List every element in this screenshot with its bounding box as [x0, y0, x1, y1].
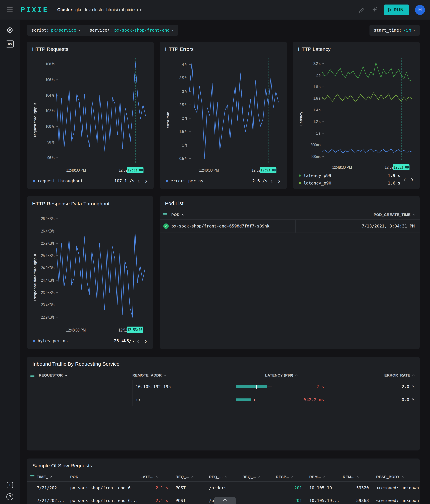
- table-row[interactable]: ::542.2 ms0.0 %: [27, 393, 420, 406]
- pixie-logo[interactable]: PIXIE: [21, 6, 48, 14]
- pod-create-time-cell: 7/13/2021, 3:34:31 PM: [295, 220, 420, 233]
- chart-legend: bytes_per_ns26.4KB/s: [33, 338, 137, 343]
- k8s-cluster-icon[interactable]: [6, 27, 14, 34]
- script-selector[interactable]: script: px/service ▾: [27, 25, 85, 36]
- chevron-down-icon: ▾: [78, 28, 80, 32]
- pod-cell: px-sock-shop/front-end-6...: [70, 486, 140, 490]
- http-response-throughput-chart[interactable]: 26.9KB/s26.4KB/s25.9KB/s25.4KB/s24.9KB/s…: [38, 209, 148, 335]
- legend-item: latency_p901.6 s: [299, 181, 404, 186]
- latency-cell: 542.2 ms: [233, 393, 330, 406]
- chevron-down-icon: ▾: [140, 8, 141, 12]
- sparkle-icon[interactable]: [371, 7, 378, 13]
- svg-text:12:53:00: 12:53:00: [127, 327, 143, 332]
- svg-text:12:48:30 PM: 12:48:30 PM: [332, 165, 352, 170]
- column-header-pod[interactable]: POD: [171, 213, 296, 217]
- column-header-req-body[interactable]: REQ_...: [242, 475, 276, 479]
- column-header-latency-p99[interactable]: LATENCY (P99): [233, 373, 330, 378]
- prev-page-icon[interactable]: ‹: [137, 177, 140, 185]
- svg-text:0.5 /s: 0.5 /s: [179, 156, 188, 161]
- table-menu-icon[interactable]: [160, 213, 167, 216]
- avatar[interactable]: H: [415, 5, 425, 15]
- cluster-value: gke:dev-cluster-htroisi (pl-pixies): [75, 7, 138, 12]
- sidebar-bottom: i ?: [6, 482, 13, 500]
- column-header-requestor[interactable]: REQUESTOR: [39, 373, 132, 378]
- chart-title: HTTP Latency: [298, 46, 415, 52]
- resp-body-cell: <removed: unknown ...: [376, 486, 420, 490]
- latency-value: 2 s: [295, 384, 324, 389]
- next-page-icon[interactable]: ›: [278, 177, 280, 185]
- svg-text:12:53:00: 12:53:00: [261, 168, 276, 172]
- table-menu-icon[interactable]: [27, 475, 35, 478]
- svg-text:12:48:30 PM: 12:48:30 PM: [66, 168, 86, 173]
- legend-pager: ‹ ›: [404, 176, 414, 183]
- prev-page-icon[interactable]: ‹: [137, 337, 140, 344]
- edit-script-icon[interactable]: [359, 7, 365, 13]
- run-label: RUN: [394, 7, 404, 12]
- resp-status-cell: 201: [276, 498, 309, 503]
- sort-asc-icon: [50, 476, 52, 478]
- svg-text:3.5 /s: 3.5 /s: [179, 76, 188, 80]
- quantile-whisker-cap: [272, 386, 272, 388]
- column-header-error-rate[interactable]: ERROR_RATE: [330, 373, 420, 378]
- y-axis-label: Response data throughput: [32, 209, 38, 335]
- scroll-top-button[interactable]: [214, 497, 236, 504]
- column-header-resp-status[interactable]: RESP...: [276, 475, 309, 479]
- column-header-req-method[interactable]: REQ_...: [176, 475, 209, 479]
- series-name: latency_p99: [304, 173, 388, 178]
- column-header-req-path[interactable]: REQ_...: [209, 475, 242, 479]
- svg-text:104 /s: 104 /s: [45, 93, 54, 98]
- svg-text:12:53:00: 12:53:00: [394, 165, 409, 170]
- column-header-remote-addr[interactable]: REMOTE_ADDR: [132, 373, 233, 378]
- http-latency-chart[interactable]: 2.2 s2 s1.8 s1.6 s1.4 s1.2 s1 s800ms600m…: [304, 54, 415, 172]
- next-page-icon[interactable]: ›: [145, 177, 148, 185]
- latency-quantile-graph: [236, 385, 291, 388]
- sort-icon: [164, 374, 166, 377]
- req-path-cell: /orders: [209, 486, 242, 490]
- quantile-whisker: [251, 400, 254, 400]
- column-header-pod[interactable]: POD: [70, 475, 140, 479]
- svg-text:22.9KB/s: 22.9KB/s: [41, 315, 54, 319]
- service-selector[interactable]: service*: px-sock-shop/front-end ▾: [85, 25, 178, 36]
- latency-cell: 2.1 s: [140, 498, 176, 503]
- column-header-time[interactable]: TIME_: [37, 475, 70, 479]
- next-page-icon[interactable]: ›: [144, 337, 147, 344]
- sort-icon: [291, 476, 293, 478]
- sidebar: ns i ?: [0, 20, 20, 504]
- svg-text:1 s: 1 s: [316, 131, 320, 135]
- svg-text:1.2 s: 1.2 s: [313, 119, 320, 124]
- column-header-resp-body[interactable]: RESP_BODY: [376, 475, 420, 479]
- next-page-icon[interactable]: ›: [411, 176, 413, 183]
- help-icon[interactable]: ?: [6, 493, 13, 500]
- cluster-label: Cluster:: [57, 7, 74, 12]
- series-name: request_throughput: [38, 179, 114, 183]
- table-row[interactable]: 7/21/202...px-sock-shop/front-end-6...2.…: [27, 482, 420, 494]
- svg-text:24.4KB/s: 24.4KB/s: [41, 278, 54, 283]
- namespace-icon[interactable]: ns: [6, 40, 14, 47]
- svg-text:23.9KB/s: 23.9KB/s: [41, 290, 54, 295]
- http-requests-chart[interactable]: 108 /s106 /s104 /s102 /s100 /s98 /s96 /s…: [38, 54, 149, 175]
- column-header-remote-port[interactable]: REM...: [343, 475, 376, 479]
- column-header-pod-create-time[interactable]: POD_CREATE_TIME: [295, 213, 420, 217]
- series-dot-icon: [33, 340, 35, 342]
- info-icon[interactable]: i: [7, 482, 13, 488]
- http-errors-chart[interactable]: 4 /s3.5 /s3 /s2.5 /s2 /s1.5 /s1 /s0.5 /s…: [171, 54, 281, 175]
- svg-text:2.5 /s: 2.5 /s: [179, 103, 188, 107]
- prev-page-icon[interactable]: ‹: [404, 176, 406, 183]
- chart-legend: errors_per_ns2.6 /s: [166, 179, 270, 183]
- table-row[interactable]: 10.105.192.1952 s2.0 %: [27, 380, 420, 393]
- table-menu-icon[interactable]: [27, 374, 35, 377]
- menu-icon[interactable]: [5, 6, 14, 14]
- prev-page-icon[interactable]: ‹: [270, 177, 273, 185]
- svg-text:800ms: 800ms: [310, 143, 320, 147]
- svg-text:24.9KB/s: 24.9KB/s: [41, 265, 54, 270]
- column-header-remote-addr[interactable]: REM...: [309, 475, 343, 479]
- req-method-cell: POST: [176, 486, 209, 490]
- start-time-selector[interactable]: start_time: -5m ▾: [369, 25, 420, 36]
- sort-icon: [258, 476, 261, 478]
- sort-icon: [402, 476, 404, 478]
- run-button[interactable]: RUN: [384, 5, 409, 15]
- column-header-latency[interactable]: LATE...: [140, 475, 176, 479]
- table-row[interactable]: ✓px-sock-shop/front-end-6598d7fdf7-s89hk…: [160, 220, 420, 233]
- cluster-selector[interactable]: Cluster: gke:dev-cluster-htroisi (pl-pix…: [57, 7, 141, 12]
- svg-text:1.6 s: 1.6 s: [313, 96, 320, 101]
